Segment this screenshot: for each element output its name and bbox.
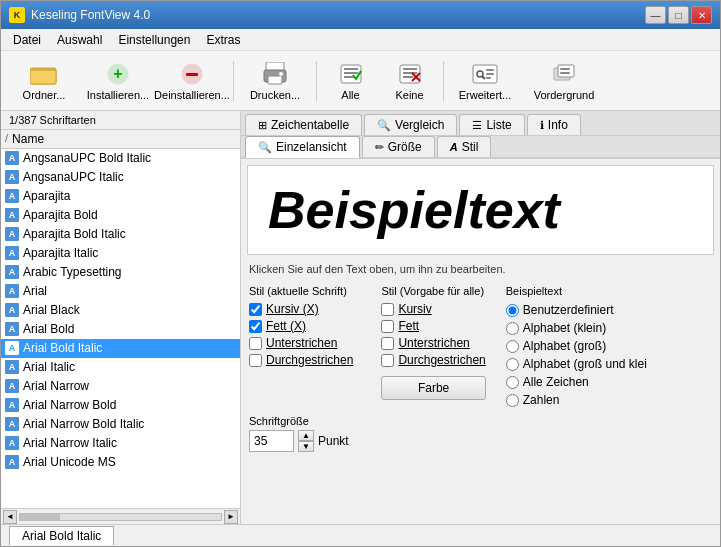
list-item[interactable]: AAparajita Bold Italic bbox=[1, 225, 240, 244]
uninstall-icon bbox=[178, 61, 206, 87]
zahlen-radio[interactable] bbox=[506, 394, 519, 407]
scroll-left-btn[interactable]: ◄ bbox=[3, 510, 17, 524]
schriftgrosse-section: Schriftgröße ▲ ▼ Punkt bbox=[241, 411, 720, 456]
installieren-label: Installieren... bbox=[87, 89, 149, 101]
svg-rect-23 bbox=[486, 69, 494, 71]
font-icon: A bbox=[5, 170, 19, 184]
spinner-up-button[interactable]: ▲ bbox=[298, 430, 314, 441]
ordner-button[interactable]: Ordner... bbox=[9, 56, 79, 106]
tab-stil[interactable]: A Stil bbox=[437, 136, 492, 157]
fett-vorgabe-label: Fett bbox=[398, 319, 419, 333]
status-bar: Arial Bold Italic bbox=[1, 524, 720, 546]
main-window: K Keseling FontView 4.0 — □ ✕ Datei Ausw… bbox=[0, 0, 721, 547]
list-item[interactable]: AArial Narrow Bold bbox=[1, 396, 240, 415]
vordergrund-button[interactable]: Vordergrund bbox=[524, 56, 604, 106]
svg-rect-1 bbox=[30, 70, 56, 84]
list-item[interactable]: AAparajita Bold bbox=[1, 206, 240, 225]
alle-button[interactable]: Alle bbox=[323, 56, 378, 106]
scroll-right-btn[interactable]: ► bbox=[224, 510, 238, 524]
fett-vorgabe-checkbox[interactable] bbox=[381, 320, 394, 333]
minimize-button[interactable]: — bbox=[645, 6, 666, 24]
alle-zeichen-row: Alle Zeichen bbox=[506, 375, 647, 389]
menu-auswahl[interactable]: Auswahl bbox=[49, 31, 110, 49]
alphabet-klein-row: Alphabet (klein) bbox=[506, 321, 647, 335]
durchgestrichen-aktuelle-label: Durchgestrichen bbox=[266, 353, 353, 367]
status-tab[interactable]: Arial Bold Italic bbox=[9, 526, 114, 545]
info-icon: ℹ bbox=[540, 119, 544, 132]
preview-text[interactable]: Beispieltext bbox=[268, 180, 560, 240]
list-item-selected[interactable]: AArial Bold Italic bbox=[1, 339, 240, 358]
fett-aktuelle-row: Fett (X) bbox=[249, 319, 353, 333]
einzelansicht-icon: 🔍 bbox=[258, 141, 272, 154]
vordergrund-icon bbox=[550, 61, 578, 87]
unterstrichen-aktuelle-checkbox[interactable] bbox=[249, 337, 262, 350]
list-item[interactable]: AAngsanaUPC Bold Italic bbox=[1, 149, 240, 168]
hscrollbar[interactable]: ◄ ► bbox=[1, 508, 240, 524]
tab-liste[interactable]: ☰ Liste bbox=[459, 114, 524, 135]
font-icon: A bbox=[5, 417, 19, 431]
menu-datei[interactable]: Datei bbox=[5, 31, 49, 49]
list-item[interactable]: AAparajita Italic bbox=[1, 244, 240, 263]
close-button[interactable]: ✕ bbox=[691, 6, 712, 24]
benutzerdefiniert-radio[interactable] bbox=[506, 304, 519, 317]
installieren-button[interactable]: + Installieren... bbox=[83, 56, 153, 106]
list-item[interactable]: AArial Black bbox=[1, 301, 240, 320]
alphabet-gross-radio[interactable] bbox=[506, 340, 519, 353]
svg-rect-12 bbox=[344, 72, 358, 74]
fett-aktuelle-checkbox[interactable] bbox=[249, 320, 262, 333]
deinstallieren-button[interactable]: Deinstallieren... bbox=[157, 56, 227, 106]
durchgestrichen-vorgabe-row: Durchgestrichen bbox=[381, 353, 485, 367]
svg-rect-25 bbox=[486, 77, 491, 79]
list-item[interactable]: AAngsanaUPC Italic bbox=[1, 168, 240, 187]
liste-icon: ☰ bbox=[472, 119, 482, 132]
list-item[interactable]: AArial Unicode MS bbox=[1, 453, 240, 472]
kursiv-aktuelle-checkbox[interactable] bbox=[249, 303, 262, 316]
drucken-button[interactable]: Drucken... bbox=[240, 56, 310, 106]
alphabet-gross-label: Alphabet (groß) bbox=[523, 339, 606, 353]
menu-einstellungen[interactable]: Einstellungen bbox=[110, 31, 198, 49]
unterstrichen-vorgabe-checkbox[interactable] bbox=[381, 337, 394, 350]
vergleich-icon: 🔍 bbox=[377, 119, 391, 132]
svg-rect-16 bbox=[403, 72, 417, 74]
keine-button[interactable]: Keine bbox=[382, 56, 437, 106]
controls-area: Stil (aktuelle Schrift) Kursiv (X) Fett … bbox=[241, 281, 720, 411]
list-item[interactable]: AArabic Typesetting bbox=[1, 263, 240, 282]
tab-vergleich[interactable]: 🔍 Vergleich bbox=[364, 114, 457, 135]
alphabet-gross-klein-radio[interactable] bbox=[506, 358, 519, 371]
list-item[interactable]: AAparajita bbox=[1, 187, 240, 206]
spinner-down-button[interactable]: ▼ bbox=[298, 441, 314, 452]
tab-zeichentabelle[interactable]: ⊞ Zeichentabelle bbox=[245, 114, 362, 135]
hint-text: Klicken Sie auf den Text oben, um ihn zu… bbox=[241, 261, 720, 281]
erweitert-button[interactable]: Erweitert... bbox=[450, 56, 520, 106]
alle-zeichen-label: Alle Zeichen bbox=[523, 375, 589, 389]
list-item[interactable]: AArial Bold bbox=[1, 320, 240, 339]
alphabet-gross-klein-row: Alphabet (groß und klei bbox=[506, 357, 647, 371]
zahlen-label: Zahlen bbox=[523, 393, 560, 407]
maximize-button[interactable]: □ bbox=[668, 6, 689, 24]
alphabet-klein-radio[interactable] bbox=[506, 322, 519, 335]
durchgestrichen-aktuelle-checkbox[interactable] bbox=[249, 354, 262, 367]
alle-label: Alle bbox=[341, 89, 359, 101]
tab-einzelansicht[interactable]: 🔍 Einzelansicht bbox=[245, 136, 360, 158]
hscroll-track[interactable] bbox=[19, 513, 222, 521]
preview-area[interactable]: Beispieltext bbox=[247, 165, 714, 255]
tab-grosse[interactable]: ✏ Größe bbox=[362, 136, 435, 157]
benutzerdefiniert-label: Benutzerdefiniert bbox=[523, 303, 614, 317]
svg-rect-27 bbox=[558, 65, 574, 77]
list-item[interactable]: AArial Narrow Bold Italic bbox=[1, 415, 240, 434]
farbe-button[interactable]: Farbe bbox=[381, 376, 485, 400]
hscroll-thumb[interactable] bbox=[20, 514, 60, 520]
kursiv-vorgabe-checkbox[interactable] bbox=[381, 303, 394, 316]
unterstrichen-vorgabe-row: Unterstrichen bbox=[381, 336, 485, 350]
font-list[interactable]: AAngsanaUPC Bold Italic AAngsanaUPC Ital… bbox=[1, 149, 240, 508]
schriftgrosse-input[interactable] bbox=[249, 430, 294, 452]
alle-zeichen-radio[interactable] bbox=[506, 376, 519, 389]
tab-info[interactable]: ℹ Info bbox=[527, 114, 581, 135]
font-icon: A bbox=[5, 265, 19, 279]
menu-extras[interactable]: Extras bbox=[198, 31, 248, 49]
list-item[interactable]: AArial bbox=[1, 282, 240, 301]
list-item[interactable]: AArial Narrow bbox=[1, 377, 240, 396]
list-item[interactable]: AArial Narrow Italic bbox=[1, 434, 240, 453]
list-item[interactable]: AArial Italic bbox=[1, 358, 240, 377]
durchgestrichen-vorgabe-checkbox[interactable] bbox=[381, 354, 394, 367]
